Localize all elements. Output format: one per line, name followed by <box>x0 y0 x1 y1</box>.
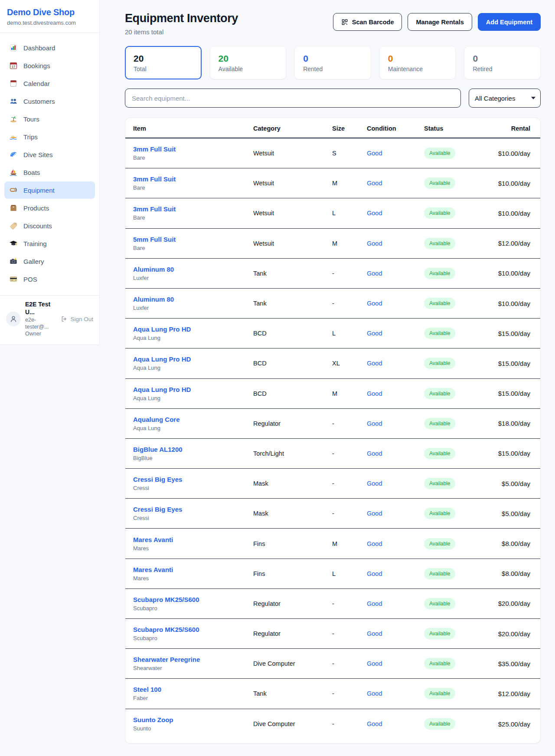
shop-name[interactable]: Demo Dive Shop <box>7 7 92 17</box>
main-content: Equipment Inventory 20 items total Scan … <box>100 0 555 754</box>
stat-card-total[interactable]: 20 Total <box>125 46 202 79</box>
item-name-link[interactable]: 3mm Full Suit <box>133 175 253 183</box>
item-rental-rate: $35.00/day <box>493 660 530 667</box>
item-size: L <box>332 570 367 577</box>
item-condition-link[interactable]: Good <box>367 690 424 697</box>
item-category: Dive Computer <box>253 660 332 667</box>
item-condition-link[interactable]: Good <box>367 240 424 247</box>
item-condition-link[interactable]: Good <box>367 510 424 517</box>
item-condition-link[interactable]: Good <box>367 390 424 397</box>
item-name-link[interactable]: BigBlue AL1200 <box>133 446 253 453</box>
item-size: M <box>332 180 367 187</box>
item-name-link[interactable]: Mares Avanti <box>133 536 253 543</box>
item-rental-rate: $8.00/day <box>493 540 530 547</box>
item-condition-link[interactable]: Good <box>367 210 424 217</box>
sidebar-item-equipment[interactable]: Equipment <box>4 181 95 199</box>
sidebar-item-customers[interactable]: Customers <box>4 92 95 110</box>
item-name-link[interactable]: 3mm Full Suit <box>133 145 253 153</box>
table-header-row: Item Category Size Condition Status Rent… <box>125 118 540 138</box>
item-rental-rate: $25.00/day <box>493 720 530 728</box>
item-condition-link[interactable]: Good <box>367 420 424 427</box>
item-condition-link[interactable]: Good <box>367 330 424 337</box>
item-brand: Bare <box>133 245 253 251</box>
sidebar-item-training[interactable]: Training <box>4 235 95 252</box>
item-name-link[interactable]: Cressi Big Eyes <box>133 506 253 513</box>
item-name-link[interactable]: Aqua Lung Pro HD <box>133 325 253 333</box>
sidebar-item-tours[interactable]: Tours <box>4 110 95 128</box>
category-filter[interactable]: All Categories <box>469 89 541 108</box>
sidebar-item-trips[interactable]: Trips <box>4 128 95 145</box>
sidebar-item-dashboard[interactable]: Dashboard <box>4 39 95 56</box>
item-rental-rate: $15.00/day <box>493 450 530 457</box>
user-name: E2E Test U... <box>25 301 56 316</box>
item-name-link[interactable]: Scubapro MK25/S600 <box>133 626 253 633</box>
item-name-link[interactable]: Aluminum 80 <box>133 296 253 303</box>
sidebar-item-gallery[interactable]: Gallery <box>4 253 95 270</box>
item-name-link[interactable]: Mares Avanti <box>133 566 253 573</box>
item-condition-link[interactable]: Good <box>367 570 424 577</box>
item-condition-link[interactable]: Good <box>367 720 424 727</box>
item-rental-rate: $10.00/day <box>493 180 530 187</box>
sidebar-item-pos[interactable]: POS <box>4 270 95 288</box>
item-name-link[interactable]: Aqualung Core <box>133 416 253 423</box>
table-row: Steel 100 Faber Tank - Good Available $1… <box>125 679 540 709</box>
item-condition-link[interactable]: Good <box>367 180 424 187</box>
add-equipment-button[interactable]: Add Equipment <box>478 13 541 31</box>
sidebar-item-bookings[interactable]: 17 Bookings <box>4 57 95 74</box>
item-condition-link[interactable]: Good <box>367 660 424 667</box>
search-input[interactable] <box>125 89 461 108</box>
discounts-icon <box>9 221 18 230</box>
item-name-link[interactable]: Suunto Zoop <box>133 716 253 723</box>
item-condition-link[interactable]: Good <box>367 450 424 457</box>
item-category: Fins <box>253 540 332 547</box>
item-name-link[interactable]: Steel 100 <box>133 686 253 693</box>
sidebar-item-boats[interactable]: Boats <box>4 164 95 181</box>
scan-barcode-button[interactable]: Scan Barcode <box>333 13 402 31</box>
item-name-link[interactable]: Cressi Big Eyes <box>133 476 253 483</box>
item-size: XL <box>332 360 367 367</box>
item-condition-link[interactable]: Good <box>367 630 424 637</box>
item-category: Mask <box>253 480 332 487</box>
item-condition-link[interactable]: Good <box>367 600 424 607</box>
item-brand: Scubapro <box>133 635 253 641</box>
page-header: Equipment Inventory 20 items total Scan … <box>125 12 541 36</box>
status-badge: Available <box>424 658 455 669</box>
item-condition-link[interactable]: Good <box>367 480 424 487</box>
stat-card-retired[interactable]: 0 Retired <box>464 46 541 79</box>
item-brand: Mares <box>133 575 253 582</box>
item-name-link[interactable]: Aqua Lung Pro HD <box>133 355 253 363</box>
user-meta: E2E Test U... e2e-tester@... Owner <box>25 301 56 338</box>
stat-card-available[interactable]: 20 Available <box>210 46 287 79</box>
sidebar-item-discounts[interactable]: Discounts <box>4 217 95 234</box>
item-rental-rate: $10.00/day <box>493 210 530 217</box>
sidebar-item-calendar[interactable]: Calendar <box>4 75 95 92</box>
stat-card-maintenance[interactable]: 0 Maintenance <box>379 46 456 79</box>
item-condition-link[interactable]: Good <box>367 360 424 367</box>
pos-icon <box>9 275 18 283</box>
item-condition-link[interactable]: Good <box>367 270 424 277</box>
sidebar-item-dive-sites[interactable]: Dive Sites <box>4 146 95 163</box>
item-size: - <box>332 630 367 637</box>
item-condition-link[interactable]: Good <box>367 300 424 307</box>
sidebar-item-products[interactable]: Products <box>4 199 95 217</box>
manage-rentals-button[interactable]: Manage Rentals <box>408 13 472 31</box>
item-name-link[interactable]: Aqua Lung Pro HD <box>133 386 253 393</box>
sign-out-button[interactable]: Sign Out <box>61 316 93 322</box>
item-condition-link[interactable]: Good <box>367 540 424 547</box>
item-size: - <box>332 300 367 307</box>
item-name-link[interactable]: Shearwater Peregrine <box>133 656 253 663</box>
item-name-link[interactable]: Aluminum 80 <box>133 266 253 273</box>
status-badge: Available <box>424 688 455 699</box>
stat-card-rented[interactable]: 0 Rented <box>294 46 371 79</box>
item-name-link[interactable]: 3mm Full Suit <box>133 205 253 213</box>
status-badge: Available <box>424 328 455 339</box>
item-name-link[interactable]: 5mm Full Suit <box>133 236 253 243</box>
sign-out-label: Sign Out <box>70 316 93 322</box>
item-brand: Aqua Lung <box>133 425 253 431</box>
status-badge: Available <box>424 598 455 609</box>
item-category: BCD <box>253 390 332 397</box>
item-category: Torch/Light <box>253 450 332 457</box>
item-name-link[interactable]: Scubapro MK25/S600 <box>133 596 253 603</box>
item-condition-link[interactable]: Good <box>367 150 424 157</box>
table-row: Mares Avanti Mares Fins M Good Available… <box>125 529 540 559</box>
